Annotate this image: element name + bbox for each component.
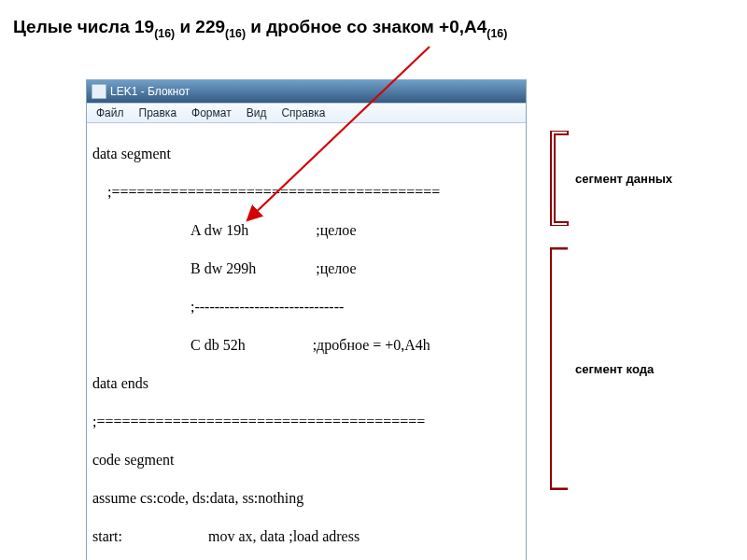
code-line: A dw 19h ;целое [92,221,520,240]
code-line: assume cs:code, ds:data, ss:nothing [92,489,520,508]
notepad-window: LEK1 - Блокнот Файл Правка Формат Вид Сп… [86,79,527,560]
menu-format[interactable]: Формат [185,105,238,120]
title-text-1: Целые числа 19 [13,17,154,36]
code-line: data segment [92,145,520,163]
bracket-data-segment: сегмент данных [549,131,726,226]
code-line: ;======================================= [92,413,520,431]
code-instr: mov ax, data ;load adress [208,528,359,544]
notepad-icon [92,84,106,99]
window-title: LEK1 - Блокнот [110,85,190,98]
title-text-3: и дробное со знаком +0,А4 [246,17,486,36]
bracket-icon [549,131,570,226]
slide-title: Целые числа 19(16) и 229(16) и дробное с… [13,17,507,40]
title-sub-3: (16) [486,27,507,40]
menu-file[interactable]: Файл [90,105,131,120]
menu-help[interactable]: Справка [275,105,331,120]
title-text-2: и 229 [175,17,225,36]
code-line: start: mov ax, data ;load adress [92,527,520,546]
code-line: ;------------------------------ [92,298,520,316]
titlebar: LEK1 - Блокнот [87,80,526,103]
title-sub-1: (16) [154,27,175,40]
code-line: data ends [92,374,520,393]
code-area[interactable]: data segment ;==========================… [87,123,526,560]
menu-edit[interactable]: Правка [133,105,184,120]
title-sub-2: (16) [225,27,246,40]
bracket-icon [549,247,570,490]
code-line: C db 52h ;дробное = +0,A4h [92,336,520,355]
bracket-code-segment: сегмент кода [549,247,726,490]
menu-view[interactable]: Вид [240,105,274,120]
label-code-segment: сегмент кода [575,362,654,376]
code-line: B dw 299h ;целое [92,259,520,278]
code-label: start: [92,528,122,544]
code-line: ;======================================= [92,183,520,202]
menubar: Файл Правка Формат Вид Справка [87,103,526,123]
code-line: code segment [92,451,520,469]
label-data-segment: сегмент данных [575,172,672,186]
